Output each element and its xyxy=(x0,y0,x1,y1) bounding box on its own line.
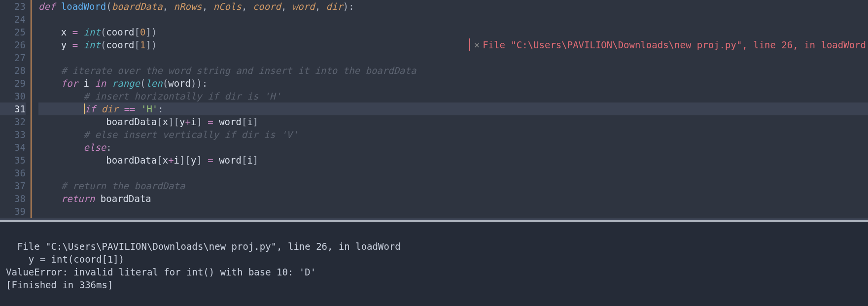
code-line[interactable] xyxy=(38,51,868,64)
inline-error-text: File "C:\Users\PAVILION\Downloads\new pr… xyxy=(483,38,866,51)
code-line[interactable]: x = int(coord[0]) xyxy=(38,26,868,38)
code-line[interactable]: for i in range(len(word)): xyxy=(38,77,868,90)
line-number: 27 xyxy=(0,51,26,64)
line-number: 37 xyxy=(0,179,26,192)
line-number: 32 xyxy=(0,115,26,128)
line-number: 24 xyxy=(0,13,26,26)
build-output-line: [Finished in 336ms] xyxy=(6,279,113,290)
line-number: 35 xyxy=(0,154,26,167)
line-number: 25 xyxy=(0,26,26,38)
code-line[interactable] xyxy=(38,167,868,179)
code-line[interactable]: # insert horizontally if dir is 'H' xyxy=(38,90,868,102)
build-output-line: File "C:\Users\PAVILION\Downloads\new pr… xyxy=(6,241,401,252)
line-number: 33 xyxy=(0,128,26,141)
line-number-gutter: 2324252627282930313233343536373839 xyxy=(0,0,32,218)
line-number: 28 xyxy=(0,64,26,77)
line-number: 38 xyxy=(0,192,26,205)
code-line[interactable]: boardData[x+i][y] = word[i] xyxy=(38,154,868,167)
line-number: 23 xyxy=(0,0,26,13)
build-output-panel[interactable]: File "C:\Users\PAVILION\Downloads\new pr… xyxy=(0,222,868,306)
line-number: 29 xyxy=(0,77,26,90)
build-output-line: ValueError: invalid literal for int() wi… xyxy=(6,267,316,277)
code-area[interactable]: 2324252627282930313233343536373839 def l… xyxy=(0,0,868,218)
code-line[interactable]: # iterate over the word string and inser… xyxy=(38,64,868,77)
code-line[interactable]: return boardData xyxy=(38,192,868,205)
line-number: 31 xyxy=(0,102,26,115)
code-line[interactable]: # return the boardData xyxy=(38,179,868,192)
code-line[interactable]: def loadWord(boardData, nRows, nCols, co… xyxy=(38,0,868,13)
editor-window: 2324252627282930313233343536373839 def l… xyxy=(0,0,868,306)
inline-error-annotation: ×File "C:\Users\PAVILION\Downloads\new p… xyxy=(469,38,866,51)
code-line[interactable]: # else insert vertically if dir is 'V' xyxy=(38,128,868,141)
line-number: 39 xyxy=(0,205,26,218)
code-line[interactable]: else: xyxy=(38,141,868,154)
build-output-line: y = int(coord[1]) xyxy=(6,254,124,265)
code-line[interactable] xyxy=(38,13,868,26)
line-number: 26 xyxy=(0,38,26,51)
code-line[interactable]: y = int(coord[1])×File "C:\Users\PAVILIO… xyxy=(38,38,868,51)
code-line[interactable] xyxy=(38,205,868,218)
line-number: 36 xyxy=(0,167,26,179)
code-line[interactable]: boardData[x][y+i] = word[i] xyxy=(38,115,868,128)
line-number: 34 xyxy=(0,141,26,154)
line-number: 30 xyxy=(0,90,26,102)
code-content[interactable]: def loadWord(boardData, nRows, nCols, co… xyxy=(32,0,868,218)
code-line[interactable]: if dir == 'H': xyxy=(38,102,868,115)
close-icon[interactable]: × xyxy=(474,38,480,51)
